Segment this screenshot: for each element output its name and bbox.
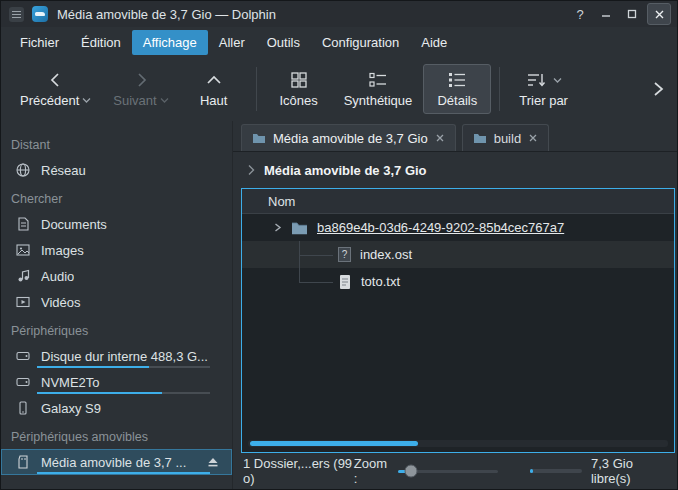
- section-peripheriques-amovibles: Périphériques amovibles: [1, 421, 232, 449]
- minimize-icon: [600, 8, 612, 20]
- breadcrumb[interactable]: Média amovible de 3,7 Gio: [233, 152, 677, 188]
- maximize-icon: [626, 8, 638, 20]
- up-button[interactable]: Haut: [180, 64, 248, 114]
- menu-aller[interactable]: Aller: [208, 30, 256, 55]
- chevron-right-icon: [247, 164, 255, 176]
- window-title: Média amovible de 3,7 Gio — Dolphin: [57, 7, 276, 22]
- icons-view-button[interactable]: Icônes: [265, 64, 333, 114]
- file-name[interactable]: ba869e4b-03d6-4249-9202-85b4cec767a7: [317, 220, 564, 235]
- main-area: Média amovible de 3,7 Gio build Média am…: [233, 121, 677, 489]
- chevron-up-icon: [203, 70, 225, 90]
- chevron-right-icon: [651, 80, 665, 98]
- slider-knob[interactable]: [404, 465, 417, 478]
- file-name[interactable]: toto.txt: [361, 274, 400, 289]
- place-documents[interactable]: Documents: [1, 211, 232, 237]
- details-view-button[interactable]: Détails: [423, 64, 491, 114]
- unknown-file-icon: ?: [338, 247, 351, 262]
- forward-button: Suivant: [102, 64, 179, 114]
- free-space-bar: [530, 469, 582, 473]
- close-button[interactable]: [647, 3, 671, 25]
- horizontal-scrollbar[interactable]: [248, 440, 668, 447]
- compact-label: Synthétique: [344, 93, 413, 108]
- scrollbar-thumb[interactable]: [250, 441, 418, 446]
- app-menu-icon[interactable]: [7, 5, 25, 23]
- place-media-amovible[interactable]: Média amovible de 3,7 ...: [1, 449, 232, 475]
- toolbar-overflow-button[interactable]: [647, 80, 669, 98]
- minimize-button[interactable]: [595, 4, 617, 24]
- disk-usage-bar: [37, 472, 210, 474]
- back-label: Précédent: [20, 93, 79, 108]
- toolbar-separator: [499, 67, 500, 111]
- place-images[interactable]: Images: [1, 237, 232, 263]
- folder-icon: [473, 132, 487, 144]
- compact-view-icon: [367, 70, 389, 90]
- menu-outils[interactable]: Outils: [256, 30, 311, 55]
- folder-icon: [252, 132, 266, 144]
- details-label: Détails: [437, 93, 477, 108]
- usb-drive-icon: [15, 454, 31, 470]
- tree-guide: [299, 282, 333, 283]
- status-summary: 1 Dossier,...ers (99 o): [243, 456, 354, 486]
- tab-build[interactable]: build: [462, 124, 549, 151]
- titlebar[interactable]: Média amovible de 3,7 Gio — Dolphin ?: [1, 1, 677, 27]
- file-row-folder[interactable]: ba869e4b-03d6-4249-9202-85b4cec767a7: [242, 214, 674, 241]
- network-icon: [15, 162, 31, 178]
- disk-usage-bar: [37, 366, 210, 368]
- close-tab-icon[interactable]: [528, 133, 538, 143]
- file-view[interactable]: Nom ba869e4b-03d6-4249-9202-85b4cec767a7: [241, 188, 675, 453]
- menu-edition[interactable]: Édition: [70, 30, 132, 55]
- compact-view-button[interactable]: Synthétique: [333, 64, 424, 114]
- caret-down-icon: [553, 77, 562, 84]
- dolphin-app-icon: [31, 5, 49, 23]
- menubar: Fichier Édition Affichage Aller Outils C…: [1, 27, 677, 57]
- close-tab-icon[interactable]: [435, 133, 445, 143]
- sort-icon: [525, 70, 547, 90]
- file-row-toto-txt[interactable]: toto.txt: [242, 268, 674, 295]
- details-view-icon: [446, 70, 468, 90]
- images-icon: [15, 242, 31, 258]
- expander-icon[interactable]: [272, 222, 283, 233]
- column-header-nom[interactable]: Nom: [242, 189, 674, 214]
- window-body: Distant Réseau Chercher Documents: [1, 121, 677, 489]
- up-label: Haut: [200, 93, 227, 108]
- section-peripheriques: Périphériques: [1, 315, 232, 343]
- sort-label: Trier par: [519, 93, 568, 108]
- place-disque-interne[interactable]: Disque dur interne 488,3 G...: [1, 343, 232, 369]
- menu-aide[interactable]: Aide: [410, 30, 458, 55]
- videos-icon: [15, 294, 31, 310]
- place-audio[interactable]: Audio: [1, 263, 232, 289]
- toolbar-separator: [256, 67, 257, 111]
- section-chercher: Chercher: [1, 183, 232, 211]
- breadcrumb-folder[interactable]: Média amovible de 3,7 Gio: [264, 163, 427, 178]
- phone-icon: [15, 400, 31, 416]
- place-nvme2to[interactable]: NVME2To: [1, 369, 232, 395]
- harddisk-icon: [15, 348, 31, 364]
- zoom-label: Zoom :: [354, 456, 390, 486]
- place-reseau[interactable]: Réseau: [1, 157, 232, 183]
- main-toolbar: Précédent Suivant Haut Icônes: [1, 57, 677, 121]
- icons-label: Icônes: [279, 93, 317, 108]
- caret-down-icon: [160, 97, 169, 104]
- file-name[interactable]: index.ost: [360, 247, 412, 262]
- maximize-button[interactable]: [621, 4, 643, 24]
- folder-icon: [291, 221, 308, 235]
- tree-guide: [299, 268, 300, 282]
- file-row-index-ost[interactable]: ? index.ost: [242, 241, 674, 268]
- eject-button[interactable]: [206, 455, 220, 469]
- forward-label: Suivant: [113, 93, 156, 108]
- help-button[interactable]: ?: [569, 4, 591, 24]
- back-button[interactable]: Précédent: [9, 64, 102, 114]
- place-videos[interactable]: Vidéos: [1, 289, 232, 315]
- zoom-slider[interactable]: [398, 463, 498, 479]
- tab-label: Média amovible de 3,7 Gio: [273, 131, 428, 146]
- menu-affichage[interactable]: Affichage: [132, 30, 208, 55]
- caret-down-icon: [82, 97, 91, 104]
- menu-configuration[interactable]: Configuration: [311, 30, 410, 55]
- menu-fichier[interactable]: Fichier: [9, 30, 70, 55]
- text-file-icon: [338, 274, 352, 290]
- tab-media-amovible[interactable]: Média amovible de 3,7 Gio: [241, 124, 456, 151]
- sort-by-button[interactable]: Trier par: [508, 64, 579, 114]
- disk-usage-bar: [37, 392, 210, 394]
- free-space-label: 7,3 Gio libre(s): [591, 456, 667, 486]
- place-galaxy-s9[interactable]: Galaxy S9: [1, 395, 232, 421]
